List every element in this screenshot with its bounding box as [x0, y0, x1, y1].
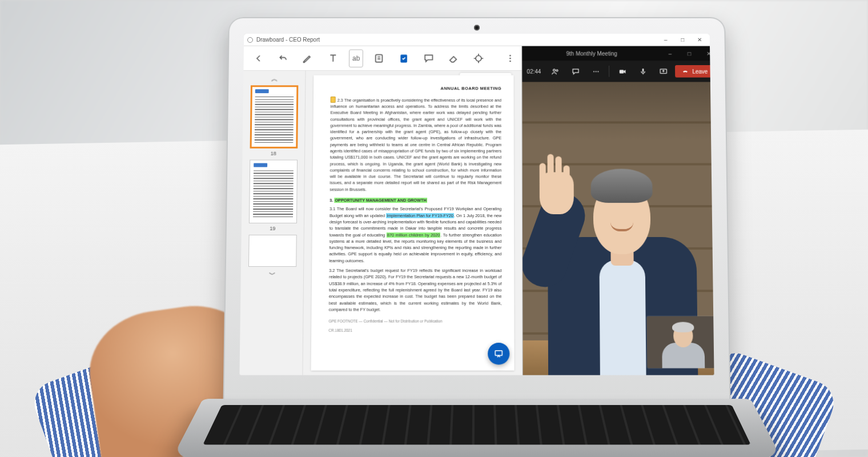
document-body: ︽ 18 19 ︾ You are presenting ANNUAL BOAR… [239, 71, 523, 375]
thumbs-scroll-up[interactable]: ︽ [271, 74, 278, 82]
pen-tool[interactable] [299, 49, 318, 67]
chat-button[interactable] [567, 64, 584, 79]
toolbar-more-button[interactable] [501, 49, 520, 67]
undo-button[interactable] [274, 49, 292, 67]
meeting-toolbar: 02:44 Leave [523, 61, 714, 82]
window-title: Drawboard - CEO Report [256, 37, 320, 43]
page-footer: GPE FOOTNOTE — Confidential — Not for Di… [329, 319, 502, 324]
meeting-elapsed-time: 02:44 [527, 68, 541, 74]
self-video-thumbnail[interactable] [646, 316, 714, 368]
thumbnail-page-number: 18 [271, 151, 276, 157]
page-header: ANNUAL BOARD MEETING [331, 85, 501, 91]
laptop-screen-frame: Drawboard - CEO Report – □ ✕ ab [223, 17, 731, 416]
more-options-button[interactable] [588, 64, 605, 79]
svg-point-4 [510, 57, 512, 59]
page-thumbnail[interactable] [248, 235, 296, 267]
meeting-close-button[interactable]: ✕ [702, 49, 714, 59]
svg-point-11 [597, 71, 598, 72]
camera-toggle-button[interactable] [614, 64, 631, 79]
paragraph: 2.3 The organisation is proactively cons… [329, 97, 501, 193]
participants-button[interactable] [546, 64, 564, 79]
window-titlebar: Drawboard - CEO Report – □ ✕ [244, 34, 710, 46]
svg-point-2 [476, 55, 481, 61]
svg-rect-13 [642, 68, 644, 71]
meeting-titlebar: 9th Monthly Meeting – □ ✕ [523, 46, 714, 61]
leave-label: Leave [692, 68, 708, 74]
main-video-feed[interactable] [523, 82, 714, 375]
document-page: ANNUAL BOARD MEETING 2.3 The organisatio… [311, 75, 515, 371]
page-thumbnail[interactable] [248, 160, 297, 223]
window-maximize-button[interactable]: □ [676, 35, 689, 45]
sticky-note-icon[interactable] [331, 97, 336, 103]
document-app: ab ︽ 18 [239, 46, 523, 375]
thumbnail-panel: ︽ 18 19 ︾ [239, 71, 306, 375]
share-screen-button[interactable] [655, 64, 672, 79]
meeting-maximize-button[interactable]: □ [682, 49, 696, 59]
paragraph: 3.1 The Board will now consider the Secr… [329, 206, 501, 264]
leave-meeting-button[interactable]: Leave [675, 65, 714, 78]
document-toolbar: ab [243, 46, 521, 71]
mic-toggle-button[interactable] [634, 64, 652, 79]
highlight-tool[interactable]: ab [349, 49, 363, 67]
note-tool[interactable] [370, 49, 388, 67]
svg-rect-12 [620, 70, 624, 73]
hangup-icon [682, 68, 689, 75]
laptop-keyboard-deck [171, 399, 782, 457]
task-tool[interactable] [395, 49, 413, 67]
comment-tool[interactable] [420, 49, 438, 67]
laptop-camera [474, 25, 480, 31]
window-close-button[interactable]: ✕ [693, 35, 706, 45]
target-tool[interactable] [469, 49, 488, 67]
eraser-tool[interactable] [445, 49, 463, 67]
window-minimize-button[interactable]: – [659, 35, 673, 45]
back-button[interactable] [249, 49, 267, 67]
laptop-keys [203, 405, 751, 445]
thumbs-scroll-down[interactable]: ︾ [268, 270, 275, 278]
page-viewport[interactable]: You are presenting ANNUAL BOARD MEETING … [303, 71, 523, 375]
paragraph: 3.2 The Secretariat's budget request for… [329, 267, 502, 313]
separator [609, 66, 609, 77]
laptop: Drawboard - CEO Report – □ ✕ ab [223, 17, 731, 427]
thumbnail-page-number: 19 [270, 226, 275, 231]
text-tool[interactable] [324, 49, 342, 67]
section-heading: 3. OPPORTUNITY MANAGEMENT AND GROWTH [329, 197, 501, 203]
meeting-minimize-button[interactable]: – [663, 49, 677, 59]
svg-point-3 [509, 55, 511, 57]
svg-point-9 [593, 71, 594, 72]
meeting-title: 9th Monthly Meeting [526, 50, 658, 57]
page-footnum: CR.1801.2021 [328, 328, 501, 334]
svg-point-5 [510, 60, 512, 62]
svg-point-10 [596, 71, 597, 72]
page-thumbnail[interactable] [250, 85, 298, 148]
svg-point-8 [556, 69, 558, 71]
svg-point-7 [553, 69, 556, 71]
os-viewport: Drawboard - CEO Report – □ ✕ ab [239, 34, 714, 375]
meeting-app: 9th Monthly Meeting – □ ✕ 02:44 [523, 46, 714, 375]
presentation-icon [494, 348, 504, 359]
app-icon [247, 37, 253, 43]
